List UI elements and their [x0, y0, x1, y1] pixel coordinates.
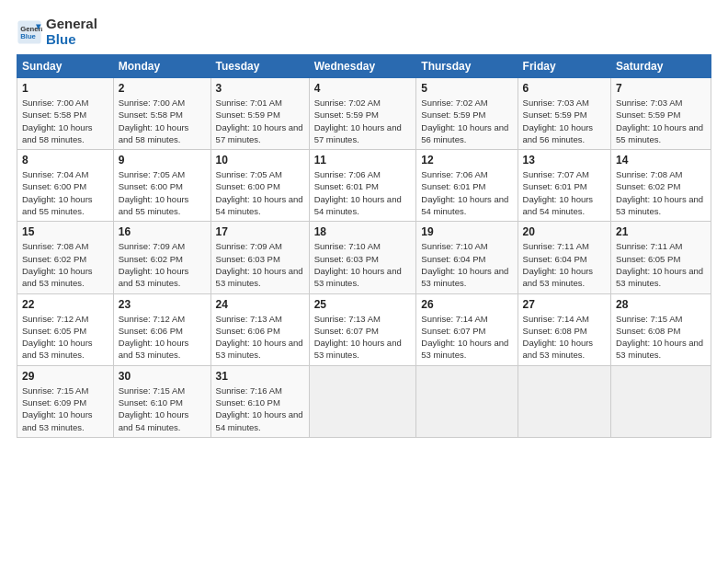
header: General Blue General Blue [17, 17, 711, 47]
day-number: 15 [22, 225, 108, 238]
calendar-container: General Blue General Blue SundayMondayTu… [0, 0, 728, 447]
logo: General Blue General Blue [17, 17, 97, 47]
day-number: 3 [216, 82, 304, 95]
day-number: 8 [22, 154, 108, 167]
day-info: Sunrise: 7:15 AM Sunset: 6:10 PM Dayligh… [119, 385, 206, 433]
day-info: Sunrise: 7:11 AM Sunset: 6:04 PM Dayligh… [523, 240, 607, 289]
day-info: Sunrise: 7:10 AM Sunset: 6:04 PM Dayligh… [421, 240, 512, 289]
calendar-cell: 31 Sunrise: 7:16 AM Sunset: 6:10 PM Dayl… [210, 365, 309, 437]
day-info: Sunrise: 7:14 AM Sunset: 6:07 PM Dayligh… [421, 313, 512, 362]
day-number: 26 [421, 298, 512, 311]
day-info: Sunrise: 7:06 AM Sunset: 6:01 PM Dayligh… [421, 168, 512, 217]
calendar-cell: 11 Sunrise: 7:06 AM Sunset: 6:01 PM Dayl… [309, 150, 416, 222]
calendar-cell: 15 Sunrise: 7:08 AM Sunset: 6:02 PM Dayl… [17, 222, 114, 293]
day-info: Sunrise: 7:06 AM Sunset: 6:01 PM Dayligh… [314, 168, 412, 217]
day-info: Sunrise: 7:10 AM Sunset: 6:03 PM Dayligh… [314, 240, 412, 289]
day-number: 1 [22, 82, 108, 95]
weekday-header-sunday: Sunday [17, 55, 114, 78]
day-number: 16 [119, 225, 206, 238]
calendar-table: SundayMondayTuesdayWednesdayThursdayFrid… [17, 54, 711, 438]
calendar-cell: 17 Sunrise: 7:09 AM Sunset: 6:03 PM Dayl… [210, 222, 309, 293]
day-number: 31 [216, 370, 304, 383]
day-number: 2 [119, 82, 206, 95]
day-number: 24 [216, 298, 304, 311]
calendar-cell: 30 Sunrise: 7:15 AM Sunset: 6:10 PM Dayl… [113, 365, 210, 437]
day-info: Sunrise: 7:03 AM Sunset: 5:59 PM Dayligh… [523, 97, 607, 145]
calendar-cell: 1 Sunrise: 7:00 AM Sunset: 5:58 PM Dayli… [17, 78, 114, 150]
day-info: Sunrise: 7:11 AM Sunset: 6:05 PM Dayligh… [616, 240, 706, 289]
calendar-cell [518, 365, 611, 437]
day-number: 14 [616, 154, 706, 167]
calendar-cell: 9 Sunrise: 7:05 AM Sunset: 6:00 PM Dayli… [113, 150, 210, 222]
day-number: 27 [523, 298, 607, 311]
calendar-cell: 8 Sunrise: 7:04 AM Sunset: 6:00 PM Dayli… [17, 150, 114, 222]
day-number: 6 [523, 82, 607, 95]
calendar-cell: 5 Sunrise: 7:02 AM Sunset: 5:59 PM Dayli… [416, 78, 518, 150]
day-number: 13 [523, 154, 607, 167]
calendar-cell: 29 Sunrise: 7:15 AM Sunset: 6:09 PM Dayl… [17, 365, 114, 437]
logo-general: General [46, 16, 97, 31]
calendar-cell [416, 365, 518, 437]
day-info: Sunrise: 7:08 AM Sunset: 6:02 PM Dayligh… [22, 240, 108, 289]
logo-icon: General Blue [17, 19, 42, 45]
day-number: 29 [22, 370, 108, 383]
day-number: 30 [119, 370, 206, 383]
day-number: 7 [616, 82, 706, 95]
day-number: 4 [314, 82, 412, 95]
day-info: Sunrise: 7:00 AM Sunset: 5:58 PM Dayligh… [119, 97, 206, 145]
logo-blue: Blue [46, 31, 76, 47]
calendar-week-row: 29 Sunrise: 7:15 AM Sunset: 6:09 PM Dayl… [17, 365, 711, 437]
calendar-cell: 28 Sunrise: 7:15 AM Sunset: 6:08 PM Dayl… [611, 293, 711, 365]
day-info: Sunrise: 7:03 AM Sunset: 5:59 PM Dayligh… [616, 97, 706, 145]
day-number: 9 [119, 154, 206, 167]
day-info: Sunrise: 7:16 AM Sunset: 6:10 PM Dayligh… [216, 385, 304, 433]
calendar-cell: 10 Sunrise: 7:05 AM Sunset: 6:00 PM Dayl… [210, 150, 309, 222]
day-info: Sunrise: 7:04 AM Sunset: 6:00 PM Dayligh… [22, 168, 108, 217]
calendar-cell: 24 Sunrise: 7:13 AM Sunset: 6:06 PM Dayl… [210, 293, 309, 365]
calendar-cell: 16 Sunrise: 7:09 AM Sunset: 6:02 PM Dayl… [113, 222, 210, 293]
day-info: Sunrise: 7:13 AM Sunset: 6:06 PM Dayligh… [216, 313, 304, 362]
day-info: Sunrise: 7:09 AM Sunset: 6:02 PM Dayligh… [119, 240, 206, 289]
calendar-cell: 7 Sunrise: 7:03 AM Sunset: 5:59 PM Dayli… [611, 78, 711, 150]
day-number: 28 [616, 298, 706, 311]
day-number: 17 [216, 225, 304, 238]
calendar-cell: 6 Sunrise: 7:03 AM Sunset: 5:59 PM Dayli… [518, 78, 611, 150]
weekday-header-monday: Monday [113, 55, 210, 78]
calendar-cell: 3 Sunrise: 7:01 AM Sunset: 5:59 PM Dayli… [210, 78, 309, 150]
day-info: Sunrise: 7:13 AM Sunset: 6:07 PM Dayligh… [314, 313, 412, 362]
day-number: 19 [421, 225, 512, 238]
weekday-header-saturday: Saturday [611, 55, 711, 78]
day-info: Sunrise: 7:14 AM Sunset: 6:08 PM Dayligh… [523, 313, 607, 362]
calendar-week-row: 15 Sunrise: 7:08 AM Sunset: 6:02 PM Dayl… [17, 222, 711, 293]
calendar-cell: 2 Sunrise: 7:00 AM Sunset: 5:58 PM Dayli… [113, 78, 210, 150]
calendar-cell: 27 Sunrise: 7:14 AM Sunset: 6:08 PM Dayl… [518, 293, 611, 365]
day-info: Sunrise: 7:00 AM Sunset: 5:58 PM Dayligh… [22, 97, 108, 145]
day-info: Sunrise: 7:05 AM Sunset: 6:00 PM Dayligh… [216, 168, 304, 217]
day-number: 22 [22, 298, 108, 311]
weekday-header-wednesday: Wednesday [309, 55, 416, 78]
day-info: Sunrise: 7:15 AM Sunset: 6:09 PM Dayligh… [22, 385, 108, 433]
day-info: Sunrise: 7:02 AM Sunset: 5:59 PM Dayligh… [314, 97, 412, 145]
day-info: Sunrise: 7:08 AM Sunset: 6:02 PM Dayligh… [616, 168, 706, 217]
weekday-header-friday: Friday [518, 55, 611, 78]
day-info: Sunrise: 7:09 AM Sunset: 6:03 PM Dayligh… [216, 240, 304, 289]
weekday-header-row: SundayMondayTuesdayWednesdayThursdayFrid… [17, 55, 711, 78]
calendar-week-row: 8 Sunrise: 7:04 AM Sunset: 6:00 PM Dayli… [17, 150, 711, 222]
day-number: 21 [616, 225, 706, 238]
day-info: Sunrise: 7:05 AM Sunset: 6:00 PM Dayligh… [119, 168, 206, 217]
day-number: 20 [523, 225, 607, 238]
calendar-cell: 20 Sunrise: 7:11 AM Sunset: 6:04 PM Dayl… [518, 222, 611, 293]
calendar-cell [611, 365, 711, 437]
day-number: 12 [421, 154, 512, 167]
day-info: Sunrise: 7:01 AM Sunset: 5:59 PM Dayligh… [216, 97, 304, 145]
calendar-week-row: 22 Sunrise: 7:12 AM Sunset: 6:05 PM Dayl… [17, 293, 711, 365]
day-number: 10 [216, 154, 304, 167]
day-number: 23 [119, 298, 206, 311]
svg-text:Blue: Blue [20, 32, 36, 40]
calendar-cell: 25 Sunrise: 7:13 AM Sunset: 6:07 PM Dayl… [309, 293, 416, 365]
calendar-cell: 14 Sunrise: 7:08 AM Sunset: 6:02 PM Dayl… [611, 150, 711, 222]
calendar-cell [309, 365, 416, 437]
day-info: Sunrise: 7:15 AM Sunset: 6:08 PM Dayligh… [616, 313, 706, 362]
weekday-header-thursday: Thursday [416, 55, 518, 78]
day-info: Sunrise: 7:12 AM Sunset: 6:05 PM Dayligh… [22, 313, 108, 362]
